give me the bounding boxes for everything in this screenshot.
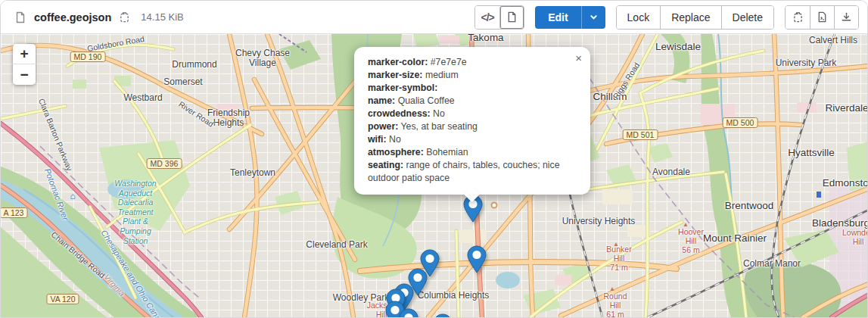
feature-property: crowdedness: No	[368, 108, 577, 120]
map-marker[interactable]	[399, 308, 418, 317]
copy-contents-button[interactable]	[786, 6, 810, 29]
feature-popup: × marker-color: #7e7e7emarker-size: medi…	[354, 47, 590, 195]
edit-button[interactable]: Edit	[535, 6, 580, 29]
replace-button[interactable]: Replace	[660, 6, 720, 29]
feature-properties: marker-color: #7e7e7emarker-size: medium…	[368, 56, 577, 185]
download-button[interactable]	[834, 6, 858, 29]
display-source-button[interactable]: </>	[475, 6, 499, 29]
zoom-out-button[interactable]: −	[13, 64, 36, 85]
display-rendered-file-button[interactable]	[499, 6, 524, 29]
feature-property: marker-symbol:	[368, 82, 577, 95]
file-tools-group	[785, 5, 859, 30]
feature-property: wifi: No	[368, 133, 577, 146]
file-size: 14.15 KiB	[141, 11, 183, 23]
raw-file-icon	[817, 11, 828, 23]
delete-button[interactable]: Delete	[721, 6, 773, 29]
lock-button[interactable]: Lock	[617, 6, 661, 29]
download-icon	[841, 11, 852, 23]
clipboard-icon	[792, 11, 804, 23]
open-raw-button[interactable]	[810, 6, 834, 29]
zoom-in-button[interactable]: +	[13, 44, 36, 64]
feature-property: power: Yes, at bar seating	[368, 120, 577, 133]
edit-dropdown-toggle[interactable]	[581, 6, 605, 29]
file-icon	[13, 10, 28, 25]
map-marker[interactable]	[433, 313, 453, 317]
feature-property: atmosphere: Bohemian	[368, 146, 577, 159]
edit-split-button: Edit	[535, 6, 605, 29]
popup-close-button[interactable]: ×	[574, 51, 583, 65]
roundabout	[492, 203, 497, 208]
view-toggle-group: </>	[474, 5, 524, 30]
file-name: coffee.geojson	[34, 11, 111, 23]
feature-property: name: Qualia Coffee	[368, 95, 577, 108]
copy-file-path-button[interactable]	[117, 10, 132, 24]
zoom-control: + −	[13, 44, 36, 85]
feature-property: seating: range of chairs, tables, couche…	[368, 159, 577, 185]
chevron-down-icon	[590, 13, 598, 21]
feature-property: marker-size: medium	[368, 69, 577, 82]
file-viewer-card: coffee.geojson 14.15 KiB </> Edit Lock	[0, 0, 868, 318]
document-icon	[506, 11, 518, 23]
file-actions-group: Lock Replace Delete	[616, 5, 774, 30]
geojson-map[interactable]: .rb{stroke:#6f6f6f;stroke-width:2.6;fill…	[1, 34, 867, 317]
file-header: coffee.geojson 14.15 KiB </> Edit Lock	[1, 1, 867, 34]
map-marker[interactable]	[467, 245, 487, 274]
feature-property: marker-color: #7e7e7e	[368, 56, 577, 69]
